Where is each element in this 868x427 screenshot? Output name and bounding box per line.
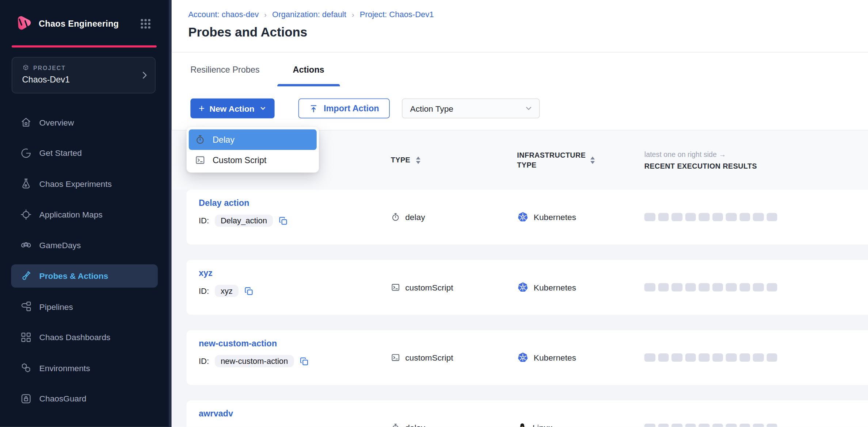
execution-result-placeholder bbox=[698, 213, 709, 221]
project-selector[interactable]: PROJECT Chaos-Dev1 bbox=[12, 57, 156, 93]
cube-icon bbox=[22, 64, 30, 72]
actions-list: Delay action ID: Delay_action delay Kube… bbox=[172, 190, 868, 427]
execution-result-placeholder bbox=[685, 283, 696, 291]
tab-resilience-probes[interactable]: Resilience Probes bbox=[175, 53, 275, 86]
sidebar-item-chaos-dashboards[interactable]: Chaos Dashboards bbox=[11, 326, 158, 349]
column-header-recent-execution-results: latest one on right side → RECENT EXECUT… bbox=[644, 150, 868, 170]
name-cell: awrvadv bbox=[199, 400, 391, 427]
import-action-button[interactable]: Import Action bbox=[298, 99, 389, 119]
execution-result-placeholder bbox=[712, 424, 723, 427]
chevron-right-icon bbox=[140, 70, 149, 80]
execution-result-placeholder bbox=[644, 424, 655, 427]
crosshair-icon bbox=[20, 208, 32, 220]
copy-icon[interactable] bbox=[300, 357, 309, 366]
execution-result-placeholder bbox=[658, 354, 669, 362]
sidebar-item-chaos-experiments[interactable]: Chaos Experiments bbox=[11, 172, 158, 195]
execution-result-placeholder bbox=[766, 354, 777, 362]
type-cell: customScript bbox=[391, 282, 517, 292]
execution-result-placeholder bbox=[685, 213, 696, 221]
execution-result-placeholder bbox=[658, 283, 669, 291]
action-type-filter[interactable]: Action Type bbox=[402, 99, 540, 119]
action-name-link[interactable]: xyz bbox=[199, 268, 213, 278]
sidebar-item-environments[interactable]: Environments bbox=[11, 356, 158, 380]
execution-result-placeholder bbox=[671, 424, 682, 427]
sidebar-item-label: GameDays bbox=[39, 240, 81, 250]
execution-result-placeholder bbox=[766, 283, 777, 291]
gamepad-icon bbox=[20, 239, 32, 251]
sort-icon[interactable] bbox=[590, 156, 596, 164]
menu-item-custom-script[interactable]: Custom Script bbox=[189, 150, 317, 170]
new-action-button[interactable]: + New Action bbox=[190, 99, 274, 119]
tab-label: Resilience Probes bbox=[190, 65, 259, 74]
sidebar-item-application-maps[interactable]: Application Maps bbox=[11, 203, 158, 226]
menu-item-label: Custom Script bbox=[213, 155, 267, 165]
execution-result-placeholder bbox=[658, 424, 669, 427]
page: Chaos Engineering PROJECT Chaos-Dev1 bbox=[0, 0, 868, 427]
sidebar-item-probes-actions[interactable]: Probes & Actions bbox=[11, 264, 158, 288]
copy-icon[interactable] bbox=[244, 286, 254, 296]
new-action-dropdown-menu: Delay Custom Script bbox=[187, 127, 319, 173]
infrastructure-cell: Linux bbox=[517, 423, 644, 427]
recent-execution-results-cell bbox=[644, 283, 868, 291]
copy-icon[interactable] bbox=[279, 216, 288, 226]
terminal-icon bbox=[391, 282, 400, 292]
table-row: Delay action ID: Delay_action delay Kube… bbox=[187, 190, 868, 245]
infrastructure-cell: Kubernetes bbox=[517, 211, 644, 223]
execution-result-placeholder bbox=[698, 283, 709, 291]
stopwatch-icon bbox=[195, 134, 205, 145]
execution-result-placeholder bbox=[698, 424, 709, 427]
type-cell: customScript bbox=[391, 353, 517, 362]
execution-result-placeholder bbox=[712, 213, 723, 221]
kubernetes-icon bbox=[517, 352, 529, 363]
sidebar-item-chaosguard[interactable]: ChaosGuard bbox=[11, 387, 158, 410]
sidebar-item-get-started[interactable]: Get Started bbox=[11, 141, 158, 165]
breadcrumb-link[interactable]: Organization: default bbox=[272, 10, 346, 19]
sidebar-item-pipelines[interactable]: Pipelines bbox=[11, 295, 158, 318]
id-row: ID: xyz bbox=[199, 285, 391, 297]
execution-result-placeholder bbox=[726, 424, 737, 427]
breadcrumb-link[interactable]: Account: chaos-dev bbox=[188, 10, 259, 19]
action-name-link[interactable]: awrvadv bbox=[199, 409, 233, 419]
type-cell: delay bbox=[391, 423, 517, 427]
flask-icon bbox=[20, 177, 32, 189]
infrastructure-value: Kubernetes bbox=[534, 282, 576, 292]
sidebar-nav: Overview Get Started Chaos Experiments A… bbox=[0, 111, 169, 418]
infrastructure-cell: Kubernetes bbox=[517, 281, 644, 293]
column-header-type: TYPE bbox=[391, 156, 517, 164]
sidebar-item-overview[interactable]: Overview bbox=[11, 111, 158, 134]
action-name-link[interactable]: Delay action bbox=[199, 198, 249, 208]
tab-actions[interactable]: Actions bbox=[277, 53, 340, 86]
type-value: customScript bbox=[405, 282, 453, 292]
sidebar-item-label: Overview bbox=[39, 118, 74, 127]
chaos-engineering-logo-icon bbox=[13, 13, 34, 34]
menu-item-delay[interactable]: Delay bbox=[189, 130, 317, 150]
import-icon bbox=[309, 104, 318, 113]
execution-result-placeholder bbox=[739, 283, 750, 291]
dashboard-grid-icon bbox=[20, 331, 32, 343]
execution-result-placeholder bbox=[766, 424, 777, 427]
sidebar-item-label: Pipelines bbox=[39, 302, 73, 311]
breadcrumb-link[interactable]: Project: Chaos-Dev1 bbox=[360, 10, 434, 19]
execution-result-placeholder bbox=[739, 213, 750, 221]
action-type-value: Action Type bbox=[410, 104, 453, 113]
new-action-label: New Action bbox=[210, 104, 255, 113]
main-content: Account: chaos-dev›Organization: default… bbox=[172, 0, 868, 427]
action-name-link[interactable]: new-custom-action bbox=[199, 338, 277, 348]
chevron-down-icon bbox=[525, 104, 532, 112]
tab-label: Actions bbox=[293, 65, 324, 74]
name-cell: Delay action ID: Delay_action bbox=[199, 190, 391, 245]
project-name: Chaos-Dev1 bbox=[22, 75, 147, 85]
project-label: PROJECT bbox=[33, 65, 66, 71]
progress-circle-icon bbox=[20, 147, 32, 159]
execution-result-placeholder bbox=[644, 213, 655, 221]
linux-icon bbox=[517, 423, 528, 427]
sidebar-item-gamedays[interactable]: GameDays bbox=[11, 233, 158, 257]
sort-icon[interactable] bbox=[415, 156, 422, 164]
sidebar-item-label: Chaos Dashboards bbox=[39, 332, 111, 342]
execution-result-placeholder bbox=[712, 283, 723, 291]
app-launcher-grid-icon[interactable] bbox=[140, 18, 151, 29]
execution-result-placeholder bbox=[671, 213, 682, 221]
execution-result-placeholder bbox=[753, 424, 764, 427]
app-title: Chaos Engineering bbox=[39, 19, 140, 29]
execution-result-placeholder bbox=[739, 354, 750, 362]
